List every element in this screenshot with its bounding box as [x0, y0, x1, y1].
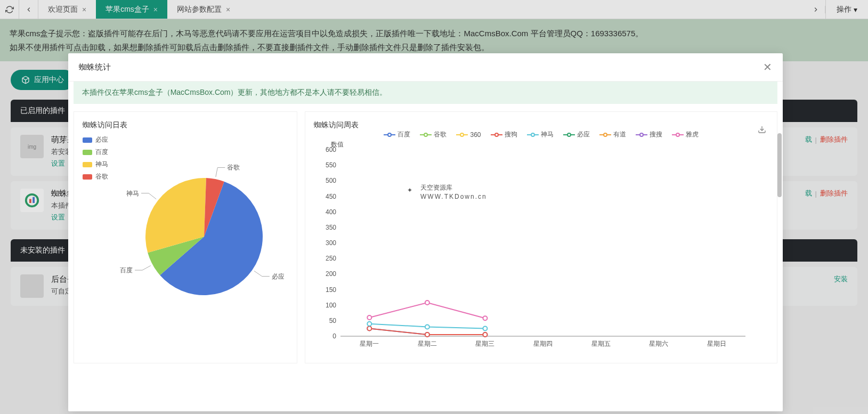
y-tick: 300: [326, 239, 336, 247]
pie-label: 百度: [120, 266, 133, 274]
pie-label: 神马: [126, 190, 139, 197]
line-chart: 数值050100150200250300350400450500550600星期…: [314, 139, 751, 352]
y-tick: 50: [329, 317, 337, 324]
download-icon[interactable]: [758, 125, 766, 136]
y-tick: 250: [326, 255, 336, 262]
line-legend-item[interactable]: 360: [456, 130, 481, 139]
x-tick: 星期日: [707, 340, 726, 347]
modal-title: 蜘蛛统计: [79, 62, 111, 72]
line-point[interactable]: [483, 326, 487, 330]
y-tick: 100: [326, 302, 336, 309]
line-point[interactable]: [367, 326, 371, 330]
line-point[interactable]: [483, 316, 487, 320]
x-tick: 星期一: [360, 340, 379, 347]
y-tick: 400: [326, 208, 336, 216]
modal-close-icon[interactable]: ✕: [763, 61, 772, 74]
line-chart-title: 蜘蛛访问周表: [314, 120, 359, 130]
pie-label: 谷歌: [227, 164, 240, 171]
watermark-sub: WWW.TKDown.cn: [420, 193, 487, 200]
x-tick: 星期六: [649, 340, 668, 347]
y-tick: 350: [326, 224, 336, 231]
line-point[interactable]: [367, 315, 371, 320]
y-tick: 150: [326, 286, 336, 294]
pie-chart-panel: 蜘蛛访问日表 必应百度神马谷歌 必应百度神马谷歌: [74, 111, 297, 363]
x-tick: 星期二: [418, 340, 437, 347]
line-legend-item[interactable]: 谷歌: [420, 130, 447, 139]
line-point[interactable]: [483, 332, 487, 337]
line-point[interactable]: [367, 322, 371, 326]
line-legend-item[interactable]: 神马: [527, 130, 554, 139]
line-legend-item[interactable]: 必应: [563, 130, 590, 139]
line-chart-panel: 蜘蛛访问周表 百度谷歌360搜狗神马必应有道搜搜雅虎 数值05010015020…: [305, 111, 777, 363]
modal-scrollbar[interactable]: [777, 133, 782, 406]
spider-stats-modal: 蜘蛛统计 ✕ 本插件仅在苹果cms盒子（MacCmsBox.Com）更新，其他地…: [68, 53, 783, 411]
y-tick: 200: [326, 270, 336, 278]
line-legend-item[interactable]: 搜狗: [491, 130, 517, 139]
pie-legend: 必应百度神马谷歌: [83, 135, 108, 329]
line-legend-item[interactable]: 雅虎: [672, 130, 699, 139]
pie-chart: 必应百度神马谷歌: [113, 135, 284, 327]
pie-label: 必应: [272, 273, 284, 280]
line-legend: 百度谷歌360搜狗神马必应有道搜搜雅虎: [314, 130, 768, 139]
pie-legend-item[interactable]: 必应: [83, 135, 108, 144]
watermark-icon: ✦: [407, 186, 412, 194]
x-tick: 星期三: [475, 340, 494, 347]
y-tick: 450: [326, 193, 336, 200]
modal-notice: 本插件仅在苹果cms盒子（MacCmsBox.Com）更新，其他地方都不是本人请…: [74, 82, 777, 104]
line-legend-item[interactable]: 搜搜: [636, 130, 662, 139]
x-tick: 星期四: [533, 340, 553, 347]
line-legend-item[interactable]: 有道: [599, 130, 626, 139]
watermark-text: 天空资源库: [420, 184, 452, 191]
pie-chart-title: 蜘蛛访问日表: [83, 120, 288, 130]
line-legend-item[interactable]: 百度: [384, 130, 410, 139]
x-tick: 星期五: [591, 340, 611, 347]
y-tick: 600: [326, 146, 336, 153]
y-tick: 0: [332, 332, 336, 340]
y-tick: 550: [326, 161, 336, 169]
pie-legend-item[interactable]: 神马: [83, 160, 108, 169]
pie-legend-item[interactable]: 谷歌: [83, 172, 108, 181]
line-point[interactable]: [425, 301, 429, 305]
line-point[interactable]: [425, 325, 429, 329]
y-tick: 500: [326, 177, 336, 184]
pie-legend-item[interactable]: 百度: [83, 148, 108, 157]
line-point[interactable]: [425, 332, 429, 337]
